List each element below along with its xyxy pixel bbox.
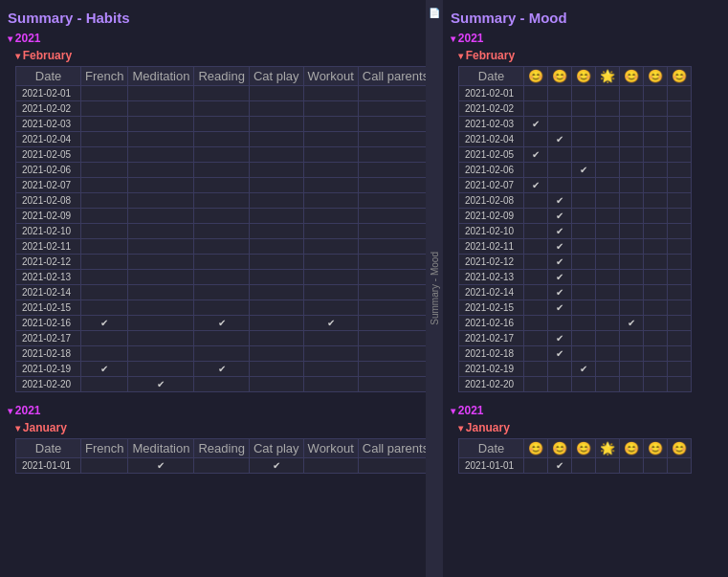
check-cell [572, 209, 596, 224]
check-cell [358, 132, 426, 147]
check-cell [81, 300, 128, 316]
check-cell [644, 270, 668, 285]
table-row: 2021-02-01 [459, 86, 692, 101]
year-label[interactable]: 2021 [451, 404, 720, 417]
check-cell [128, 86, 194, 101]
check-cell [524, 362, 548, 377]
check-cell [303, 331, 358, 346]
date-cell: 2021-02-07 [459, 178, 524, 193]
check-cell [194, 255, 249, 270]
table-row: 2021-02-13✔ [459, 270, 692, 285]
check-cell [358, 377, 426, 392]
check-cell [644, 147, 668, 163]
date-cell: 2021-02-05 [459, 147, 524, 163]
check-cell [128, 224, 194, 239]
table-row: 2021-02-12✔ [459, 255, 692, 270]
check-cell [572, 300, 596, 316]
check-cell [596, 117, 620, 132]
check-cell [668, 117, 692, 132]
table-row: 2021-02-04 [16, 132, 427, 147]
check-cell [194, 270, 249, 285]
table-row: 2021-02-11✔ [459, 239, 692, 255]
date-cell: 2021-02-03 [459, 117, 524, 132]
check-cell [128, 239, 194, 255]
month-label[interactable]: January [458, 421, 720, 434]
check-cell [194, 147, 249, 163]
check-cell [128, 117, 194, 132]
check-cell [303, 300, 358, 316]
check-cell [620, 255, 644, 270]
check-cell [644, 224, 668, 239]
check-cell [644, 101, 668, 117]
check-cell [249, 285, 303, 300]
month-label[interactable]: February [15, 49, 418, 62]
date-cell: 2021-02-04 [459, 132, 524, 147]
column-header: Date [16, 67, 81, 86]
month-label[interactable]: January [15, 421, 418, 434]
check-cell [596, 458, 620, 474]
date-cell: 2021-02-16 [16, 316, 81, 331]
check-cell [358, 209, 426, 224]
date-cell: 2021-02-17 [459, 331, 524, 346]
check-cell [128, 101, 194, 117]
check-cell [596, 362, 620, 377]
check-cell [81, 163, 128, 178]
check-cell [572, 270, 596, 285]
check-cell [81, 193, 128, 209]
check-cell [620, 117, 644, 132]
table-row: 2021-02-19✔ [459, 362, 692, 377]
check-cell [358, 458, 426, 474]
date-cell: 2021-02-11 [16, 239, 81, 255]
check-cell [303, 377, 358, 392]
table-row: 2021-02-14✔ [459, 285, 692, 300]
check-cell [249, 193, 303, 209]
check-cell [249, 346, 303, 362]
check-cell [524, 86, 548, 101]
check-cell [596, 316, 620, 331]
check-cell [620, 224, 644, 239]
check-cell [249, 163, 303, 178]
check-cell [303, 193, 358, 209]
column-header: Date [459, 439, 524, 458]
check-cell [524, 193, 548, 209]
check-cell [194, 285, 249, 300]
check-cell [249, 239, 303, 255]
check-cell [128, 270, 194, 285]
check-cell [668, 178, 692, 193]
year-label[interactable]: 2021 [451, 32, 720, 45]
table-row: 2021-02-05 [16, 147, 427, 163]
check-cell: ✔ [572, 163, 596, 178]
table-row: 2021-02-12 [16, 255, 427, 270]
check-cell [548, 147, 572, 163]
year-label[interactable]: 2021 [8, 404, 418, 417]
check-cell [620, 132, 644, 147]
check-cell [548, 377, 572, 392]
date-cell: 2021-02-11 [459, 239, 524, 255]
check-cell [249, 362, 303, 377]
date-cell: 2021-02-19 [459, 362, 524, 377]
date-cell: 2021-02-15 [16, 300, 81, 316]
check-cell [358, 331, 426, 346]
check-cell [81, 101, 128, 117]
column-header: Cat play [249, 439, 303, 458]
check-cell [358, 117, 426, 132]
table-row: 2021-02-02 [459, 101, 692, 117]
check-cell [303, 178, 358, 193]
check-cell [358, 239, 426, 255]
check-cell [572, 239, 596, 255]
check-cell [249, 224, 303, 239]
date-cell: 2021-02-07 [16, 178, 81, 193]
check-cell [572, 458, 596, 474]
check-cell [596, 209, 620, 224]
year-label[interactable]: 2021 [8, 32, 418, 45]
column-header: Call parents [358, 439, 426, 458]
check-cell [668, 346, 692, 362]
check-cell [596, 255, 620, 270]
date-cell: 2021-02-06 [16, 163, 81, 178]
check-cell: ✔ [620, 316, 644, 331]
check-cell [303, 117, 358, 132]
check-cell [249, 117, 303, 132]
check-cell [620, 377, 644, 392]
month-label[interactable]: February [458, 49, 720, 62]
column-header: Reading [194, 439, 249, 458]
